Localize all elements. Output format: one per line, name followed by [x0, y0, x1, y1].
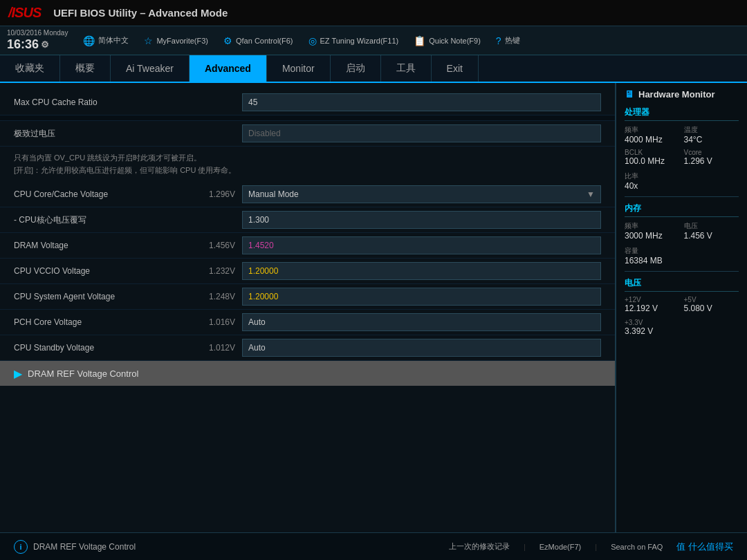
datetime-display: 10/03/2016 Monday 16:36 ⚙ [7, 29, 68, 53]
tab-monitor[interactable]: Monitor [267, 55, 331, 82]
toolbar: 10/03/2016 Monday 16:36 ⚙ 🌐 简体中文 ☆ MyFav… [0, 26, 747, 55]
hw-voltage-5v: +5V 5.080 V [684, 296, 739, 313]
row-cpu-vccio-voltage[interactable]: CPU VCCIO Voltage 1.232V [0, 259, 615, 284]
dropdown-arrow-icon: ▼ [587, 189, 595, 199]
date-label: 10/03/2016 Monday [7, 29, 68, 37]
row-cpu-core-voltage-override[interactable]: - CPU核心电压覆写 [0, 207, 615, 233]
submenu-dram-ref-label: DRAM REF Voltage Control [28, 368, 138, 379]
hw-ram-capacity: 容量 16384 MB [625, 246, 739, 265]
submenu-arrow-icon: ▶ [14, 367, 22, 380]
input-cpu-vccio-voltage[interactable] [242, 262, 601, 280]
hw-ram-grid: 频率 3000 MHz 电压 1.456 V [625, 221, 739, 241]
row-cpu-system-agent-voltage[interactable]: CPU System Agent Voltage 1.248V [0, 284, 615, 310]
label-max-cpu-cache-ratio: Max CPU Cache Ratio [14, 97, 194, 107]
tab-overview[interactable]: 概要 [60, 55, 111, 82]
row-cpu-core-cache-voltage[interactable]: CPU Core/Cache Voltage 1.296V Manual Mod… [0, 182, 615, 207]
header-bar: /ISUS UEFI BIOS Utility – Advanced Mode [0, 0, 747, 26]
ez-tuning-icon: ◎ [308, 35, 317, 46]
divider-1 [0, 115, 615, 121]
main-content: Max CPU Cache Ratio 极致过电压 只有当内置 OV_CPU 跳… [0, 83, 747, 532]
label-cpu-core-cache-voltage: CPU Core/Cache Voltage [14, 189, 194, 199]
hw-separator-1 [625, 196, 739, 197]
hw-voltage-grid: +12V 12.192 V +5V 5.080 V [625, 296, 739, 313]
label-extreme-voltage: 极致过电压 [14, 128, 194, 140]
row-pch-core-voltage[interactable]: PCH Core Voltage 1.016V [0, 310, 615, 335]
action-ez-mode[interactable]: EzMode(F7) [540, 543, 582, 551]
hw-cpu-vcore: Vcore 1.296 V [684, 149, 739, 166]
favorite-icon: ☆ [144, 35, 153, 46]
hw-monitor-title: 🖥 Hardware Monitor [625, 88, 739, 100]
toolbar-favorite[interactable]: ☆ MyFavorite(F3) [144, 35, 208, 46]
label-cpu-standby-voltage: CPU Standby Voltage [14, 343, 194, 353]
monitor-icon: 🖥 [625, 88, 634, 100]
hw-ram-freq: 频率 3000 MHz [625, 221, 680, 241]
current-cpu-standby-voltage: 1.012V [194, 343, 242, 353]
action-last-change[interactable]: 上一次的修改记录 [449, 541, 510, 552]
current-cpu-system-agent-voltage: 1.248V [194, 292, 242, 301]
hw-voltage-33v: +3.3V 3.392 V [625, 319, 739, 336]
action-search-faq[interactable]: Search on FAQ [611, 543, 663, 551]
hw-section-cpu: 处理器 [625, 106, 739, 121]
info-description: DRAM REF Voltage Control [33, 542, 136, 552]
asus-logo: /ISUS [8, 5, 41, 21]
current-dram-voltage: 1.456V [194, 241, 242, 250]
dropdown-box-cpu-mode[interactable]: Manual Mode ▼ [242, 185, 601, 203]
hw-separator-2 [625, 271, 739, 272]
navigation-tabs: 收藏夹 概要 Ai Tweaker Advanced Monitor 启动 工具… [0, 55, 747, 83]
input-cpu-standby-voltage[interactable] [242, 339, 601, 357]
label-cpu-system-agent-voltage: CPU System Agent Voltage [14, 292, 194, 301]
input-max-cpu-cache-ratio[interactable] [242, 93, 601, 111]
hw-cpu-grid: 频率 4000 MHz 温度 34°C BCLK 100.0 MHz Vcore… [625, 125, 739, 166]
qfan-icon: ⚙ [223, 35, 232, 46]
current-cpu-core-cache-voltage: 1.296V [194, 189, 242, 199]
submenu-dram-ref-voltage[interactable]: ▶ DRAM REF Voltage Control [0, 361, 615, 386]
toolbar-language[interactable]: 🌐 简体中文 [83, 35, 129, 46]
input-pch-core-voltage[interactable] [242, 313, 601, 331]
input-cpu-system-agent-voltage[interactable] [242, 288, 601, 306]
info-icon: i [14, 540, 28, 554]
toolbar-quick-note[interactable]: 📋 Quick Note(F9) [414, 35, 481, 46]
hw-section-ram: 内存 [625, 203, 739, 217]
bottom-info-bar: i DRAM REF Voltage Control 上一次的修改记录 | Ez… [0, 532, 747, 560]
hardware-monitor-panel: 🖥 Hardware Monitor 处理器 频率 4000 MHz 温度 34… [616, 83, 747, 532]
toolbar-hotkey[interactable]: ? 热键 [496, 35, 520, 46]
row-extreme-voltage[interactable]: 极致过电压 [0, 121, 615, 147]
hw-voltage-12v: +12V 12.192 V [625, 296, 680, 313]
row-cpu-standby-voltage[interactable]: CPU Standby Voltage 1.012V [0, 335, 615, 361]
hw-cpu-freq: 频率 4000 MHz [625, 125, 680, 144]
language-icon: 🌐 [83, 35, 95, 46]
toolbar-ez-tuning[interactable]: ◎ EZ Tuning Wizard(F11) [308, 35, 399, 46]
info-item: i DRAM REF Voltage Control [14, 540, 136, 554]
watermark-text: 值 什么值得买 [676, 541, 733, 553]
settings-gear-icon[interactable]: ⚙ [41, 39, 49, 50]
info-text-extreme-voltage: 只有当内置 OV_CPU 跳线设为开启时此项才可被开启。 [开启]：允许使用较高… [0, 147, 615, 182]
label-cpu-core-voltage-override: - CPU核心电压覆写 [14, 214, 194, 226]
tab-collections[interactable]: 收藏夹 [0, 55, 60, 82]
input-extreme-voltage[interactable] [242, 124, 601, 142]
tab-ai-tweaker[interactable]: Ai Tweaker [111, 55, 190, 82]
hw-cpu-ratio: 比率 40x [625, 171, 739, 191]
quick-note-icon: 📋 [414, 35, 425, 46]
input-dram-voltage[interactable] [242, 236, 601, 254]
bottom-right-actions: 上一次的修改记录 | EzMode(F7) | Search on FAQ 值 … [449, 541, 733, 553]
current-pch-core-voltage: 1.016V [194, 317, 242, 327]
row-max-cpu-cache-ratio[interactable]: Max CPU Cache Ratio [0, 90, 615, 115]
input-cpu-core-voltage-override[interactable] [242, 211, 601, 229]
tab-tools[interactable]: 工具 [381, 55, 432, 82]
row-dram-voltage[interactable]: DRAM Voltage 1.456V [0, 233, 615, 259]
clock-display: 16:36 ⚙ [7, 37, 68, 53]
tab-exit[interactable]: Exit [432, 55, 479, 82]
dropdown-cpu-core-cache-voltage[interactable]: Manual Mode ▼ [242, 185, 601, 203]
current-cpu-vccio-voltage: 1.232V [194, 266, 242, 276]
tab-advanced[interactable]: Advanced [190, 55, 267, 82]
hw-cpu-bclk: BCLK 100.0 MHz [625, 149, 680, 166]
hw-cpu-temp: 温度 34°C [684, 125, 739, 144]
dropdown-value-cpu-mode: Manual Mode [248, 189, 299, 199]
label-dram-voltage: DRAM Voltage [14, 241, 194, 250]
settings-panel: Max CPU Cache Ratio 极致过电压 只有当内置 OV_CPU 跳… [0, 83, 616, 532]
tab-boot[interactable]: 启动 [331, 55, 381, 82]
hw-section-voltage: 电压 [625, 277, 739, 292]
label-cpu-vccio-voltage: CPU VCCIO Voltage [14, 266, 194, 276]
window-title: UEFI BIOS Utility – Advanced Mode [53, 7, 228, 19]
toolbar-qfan[interactable]: ⚙ Qfan Control(F6) [223, 35, 293, 46]
